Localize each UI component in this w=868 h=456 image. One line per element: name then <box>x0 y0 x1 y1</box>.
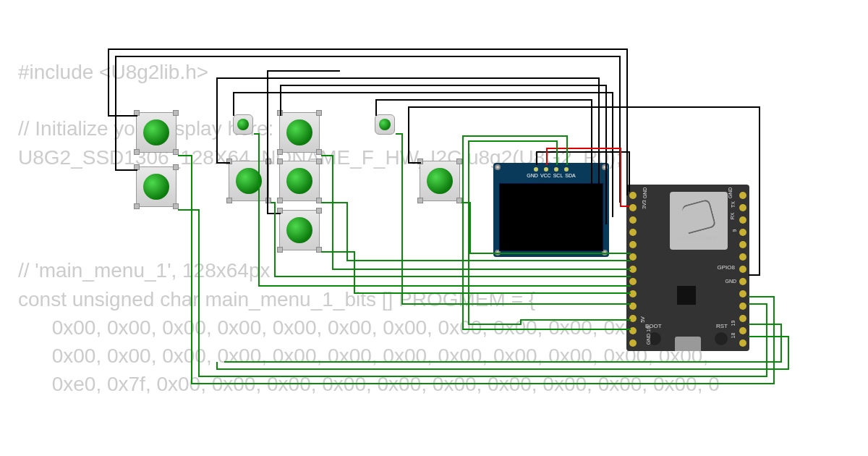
usb-port-icon <box>675 337 701 351</box>
oled-screen <box>499 183 603 251</box>
mcu-pad[interactable] <box>739 229 746 236</box>
mcu-pad[interactable] <box>739 315 746 322</box>
oled-pin-scl[interactable] <box>554 167 558 172</box>
mcu-label-10: GND 10 <box>646 326 651 345</box>
pushbutton-dpad-center[interactable] <box>279 161 320 201</box>
mcu-label-5v: 5V <box>640 316 645 323</box>
mcu-label-gnd-tl: GND <box>642 187 647 199</box>
mcu-pad[interactable] <box>739 303 746 310</box>
mcu-label-3v3: 3V3 <box>642 200 647 208</box>
mcu-pad[interactable] <box>629 241 637 248</box>
esp32-board[interactable]: ESP32-C3-MINI-1 GPIO8 BOOT RST GND 3V3 G… <box>626 185 749 351</box>
mcu-pad[interactable] <box>739 216 746 224</box>
mcu-rf-shield <box>670 192 728 250</box>
mcu-reset-button[interactable] <box>715 332 728 345</box>
oled-label-sda: SDA <box>565 173 575 178</box>
mcu-pad[interactable] <box>739 327 746 334</box>
pushbutton-dpad-down[interactable] <box>279 210 320 250</box>
mcu-pad[interactable] <box>739 192 746 199</box>
mcu-pad[interactable] <box>739 204 746 211</box>
mcu-pad[interactable] <box>739 278 746 285</box>
pushbutton-small-1[interactable] <box>233 114 253 135</box>
pushbutton-dpad-left[interactable] <box>229 161 269 201</box>
pushbutton-right[interactable] <box>420 161 460 201</box>
oled-display[interactable]: GND VCC SCL SDA <box>493 163 609 257</box>
mcu-pad[interactable] <box>629 204 637 211</box>
mcu-pad[interactable] <box>629 229 637 236</box>
mcu-pad[interactable] <box>629 192 637 199</box>
schematic-canvas: GND VCC SCL SDA <box>0 0 868 456</box>
mcu-pad[interactable] <box>629 278 637 285</box>
mcu-label-tx: TX <box>731 201 736 208</box>
mcu-ic-icon <box>677 286 696 305</box>
mcu-pad[interactable] <box>739 253 746 261</box>
mcu-pad[interactable] <box>739 241 746 248</box>
mcu-label-19: 19 <box>731 321 736 326</box>
mcu-pad[interactable] <box>629 339 637 347</box>
mcu-chip-label: ESP32-C3-MINI-1 <box>680 235 720 240</box>
pushbutton-left-top[interactable] <box>136 112 176 153</box>
mcu-label-gnd-tr: GND <box>728 187 733 199</box>
espressif-logo-icon <box>681 199 717 235</box>
mcu-pad[interactable] <box>739 266 746 273</box>
mcu-pad[interactable] <box>629 266 637 273</box>
mcu-pad[interactable] <box>629 253 637 261</box>
mcu-pad[interactable] <box>629 327 637 334</box>
mcu-label-9: 9 <box>733 229 738 232</box>
mcu-pad[interactable] <box>739 339 746 347</box>
mcu-label-gpio8: GPIO8 <box>718 264 735 271</box>
mcu-pad[interactable] <box>739 290 746 297</box>
oled-pin-sda[interactable] <box>564 167 569 172</box>
mcu-label-18: 18 <box>731 333 736 339</box>
oled-label-gnd: GND <box>527 173 538 178</box>
pushbutton-small-2[interactable] <box>375 114 395 135</box>
mcu-label-rx: RX <box>731 213 736 220</box>
mcu-pad[interactable] <box>629 303 637 310</box>
mcu-pad[interactable] <box>629 315 637 322</box>
mcu-rst-label: RST <box>716 323 728 329</box>
mcu-pad[interactable] <box>629 290 637 297</box>
oled-label-scl: SCL <box>553 173 563 178</box>
pushbutton-dpad-up[interactable] <box>279 112 320 153</box>
mcu-label-gnd-r: GND <box>725 279 736 284</box>
oled-label-vcc: VCC <box>540 173 551 178</box>
oled-pin-gnd[interactable] <box>534 167 538 172</box>
pushbutton-left-bottom[interactable] <box>136 166 176 207</box>
oled-pin-vcc[interactable] <box>544 167 548 172</box>
mcu-pad[interactable] <box>629 216 637 224</box>
